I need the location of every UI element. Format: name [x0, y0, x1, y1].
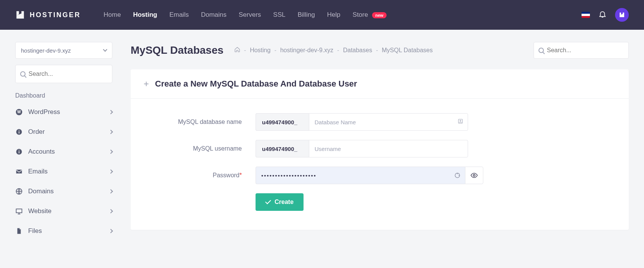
header-right-icons	[582, 8, 629, 22]
username-prefix: u499474900_	[256, 140, 309, 157]
svg-point-11	[460, 120, 461, 121]
sidebar-nav: WWordPress Order Accounts Emails Domains…	[15, 102, 112, 241]
card-title: Create a New MySQL Database And Database…	[155, 79, 357, 89]
sidebar-item-emails[interactable]: Emails	[15, 162, 112, 181]
brand-name: HOSTINGER	[30, 11, 81, 19]
username-input[interactable]	[309, 140, 468, 157]
sidebar-search-input[interactable]	[29, 71, 107, 77]
generate-password-icon[interactable]	[450, 167, 465, 184]
sidebar-item-label: WordPress	[28, 108, 60, 116]
svg-text:W: W	[17, 110, 21, 114]
chevron-right-icon	[109, 189, 113, 193]
envelope-icon	[15, 168, 23, 175]
search-icon	[20, 71, 26, 77]
sidebar-item-label: Website	[28, 207, 51, 215]
nav-store[interactable]: Store new	[353, 11, 387, 19]
crumb-hosting[interactable]: Hosting	[250, 47, 270, 54]
contact-card-icon[interactable]	[457, 118, 463, 126]
chevron-right-icon	[109, 110, 113, 114]
nav-domains[interactable]: Domains	[201, 11, 227, 19]
globe-icon	[15, 188, 23, 195]
user-avatar[interactable]	[615, 8, 629, 22]
svg-point-13	[473, 175, 475, 177]
sidebar-item-files[interactable]: Files	[15, 221, 112, 241]
main-nav: Home Hosting Emails Domains Servers SSL …	[104, 11, 387, 19]
nav-emails[interactable]: Emails	[169, 11, 189, 19]
sidebar-item-label: Emails	[28, 168, 48, 175]
crumb-site[interactable]: hostinger-dev-9.xyz	[280, 47, 334, 54]
site-selector[interactable]: hostinger-dev-9.xyz	[15, 42, 112, 59]
chevron-down-icon	[103, 47, 107, 51]
hostinger-logo-icon	[15, 10, 25, 20]
nav-help[interactable]: Help	[327, 11, 340, 19]
left-sidebar: hostinger-dev-9.xyz Dashboard WWordPress…	[15, 42, 112, 241]
sidebar-item-accounts[interactable]: Accounts	[15, 142, 112, 162]
nav-hosting[interactable]: Hosting	[133, 11, 157, 19]
plus-icon: +	[144, 79, 149, 89]
page-search-input[interactable]	[547, 47, 624, 54]
info-icon	[15, 148, 23, 156]
card-header: + Create a New MySQL Database And Databa…	[131, 69, 629, 99]
file-icon	[15, 227, 23, 235]
row-db-name: MySQL database name u499474900_	[144, 113, 616, 131]
nav-store-badge: new	[372, 12, 386, 18]
title-bar: MySQL Databases - Hosting - hostinger-de…	[131, 42, 629, 59]
create-db-card: + Create a New MySQL Database And Databa…	[131, 69, 629, 230]
db-name-input[interactable]	[309, 113, 468, 131]
crumb-databases[interactable]: Databases	[343, 47, 372, 54]
monitor-icon	[15, 207, 23, 215]
sidebar-item-label: Domains	[28, 188, 54, 195]
notifications-bell-icon[interactable]	[598, 10, 607, 20]
chevron-right-icon	[109, 130, 113, 134]
home-icon[interactable]	[234, 47, 240, 54]
label-password: Password*	[144, 172, 256, 179]
row-password: Password*	[144, 167, 616, 184]
password-input[interactable]	[256, 167, 450, 184]
svg-rect-9	[16, 209, 22, 213]
info-icon	[15, 128, 23, 136]
nav-servers[interactable]: Servers	[239, 11, 261, 19]
svg-rect-6	[19, 151, 19, 153]
dashboard-label: Dashboard	[15, 92, 112, 99]
sidebar-item-domains[interactable]: Domains	[15, 181, 112, 201]
page-title: MySQL Databases	[131, 44, 224, 56]
sidebar-item-label: Order	[28, 128, 45, 136]
brand-logo[interactable]: HOSTINGER	[15, 10, 81, 20]
nav-ssl[interactable]: SSL	[273, 11, 285, 19]
nav-billing[interactable]: Billing	[297, 11, 315, 19]
sidebar-item-website[interactable]: Website	[15, 201, 112, 221]
svg-rect-7	[19, 150, 19, 151]
chevron-right-icon	[109, 209, 113, 213]
main-area: MySQL Databases - Hosting - hostinger-de…	[131, 42, 629, 241]
check-icon	[265, 198, 271, 204]
chevron-right-icon	[109, 169, 113, 173]
db-name-prefix: u499474900_	[256, 113, 309, 131]
crumb-mysql[interactable]: MySQL Databases	[382, 47, 433, 54]
create-button-label: Create	[275, 199, 294, 205]
sidebar-item-label: Files	[28, 227, 42, 235]
label-db-name: MySQL database name	[144, 119, 256, 125]
language-flag-icon[interactable]	[582, 12, 590, 18]
wordpress-icon: W	[15, 108, 23, 116]
toggle-password-visibility-icon[interactable]	[465, 167, 483, 184]
top-header: HOSTINGER Home Hosting Emails Domains Se…	[0, 0, 644, 30]
label-username: MySQL username	[144, 145, 256, 152]
search-icon	[539, 48, 544, 53]
create-button[interactable]: Create	[256, 193, 304, 211]
nav-store-label: Store	[353, 11, 368, 18]
svg-rect-3	[19, 131, 19, 133]
site-selector-label: hostinger-dev-9.xyz	[21, 47, 71, 54]
sidebar-item-label: Accounts	[28, 148, 55, 156]
page-search[interactable]	[534, 42, 629, 59]
sidebar-item-wordpress[interactable]: WWordPress	[15, 102, 112, 122]
chevron-right-icon	[109, 149, 113, 154]
nav-home[interactable]: Home	[104, 11, 121, 19]
svg-rect-4	[19, 130, 19, 131]
breadcrumb: - Hosting - hostinger-dev-9.xyz - Databa…	[234, 47, 433, 54]
sidebar-item-order[interactable]: Order	[15, 122, 112, 142]
sidebar-search[interactable]	[15, 65, 112, 83]
chevron-right-icon	[109, 229, 113, 233]
row-username: MySQL username u499474900_	[144, 140, 616, 157]
